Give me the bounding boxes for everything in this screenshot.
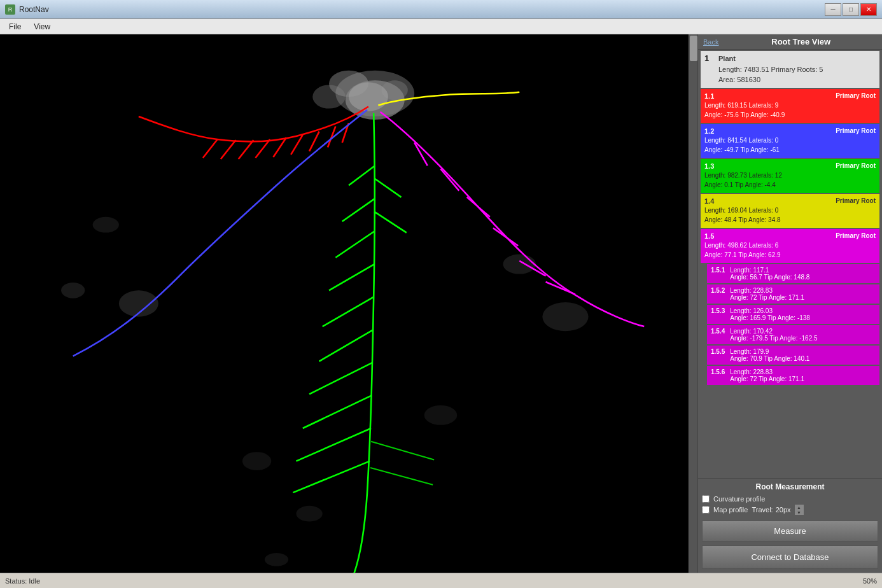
svg-point-6 bbox=[503, 255, 536, 274]
travel-value: 20px bbox=[776, 506, 791, 514]
svg-point-10 bbox=[424, 405, 458, 425]
lateral-1-5-1[interactable]: 1.5.1 Length: 117.1 Angle: 56.7 Tip Angl… bbox=[707, 264, 879, 283]
title-bar: R RootNav ─ □ ✕ bbox=[0, 0, 882, 19]
measurement-section: Root Measurement Curvature profile Map p… bbox=[698, 478, 882, 573]
svg-rect-0 bbox=[8, 34, 690, 573]
svg-point-9 bbox=[61, 283, 85, 298]
map-checkbox[interactable] bbox=[702, 506, 710, 514]
status-bar: Status: Idle 50% bbox=[0, 573, 882, 588]
measurement-title: Root Measurement bbox=[702, 482, 878, 491]
lateral-1-5-4[interactable]: 1.5.4 Length: 170.42 Angle: -179.5 Tip A… bbox=[707, 325, 879, 344]
scrollbar-thumb[interactable] bbox=[690, 36, 697, 61]
canvas-area bbox=[0, 34, 697, 573]
svg-point-7 bbox=[93, 217, 119, 233]
plant-number: 1 bbox=[704, 53, 715, 85]
root-visualization bbox=[0, 34, 697, 573]
lateral-1-5-3[interactable]: 1.5.3 Length: 126.03 Angle: 165.9 Tip An… bbox=[707, 305, 879, 324]
plant-info: Plant Length: 7483.51 Primary Roots: 5 A… bbox=[718, 53, 823, 85]
svg-point-13 bbox=[265, 553, 288, 566]
view-menu[interactable]: View bbox=[27, 21, 57, 32]
travel-spinner: ▲ ▼ bbox=[795, 505, 804, 515]
svg-point-8 bbox=[542, 302, 588, 331]
lateral-1-5-5[interactable]: 1.5.5 Length: 179.9 Angle: 70.9 Tip Angl… bbox=[707, 346, 879, 365]
lateral-1-5-2[interactable]: 1.5.2 Length: 228.83 Angle: 72 Tip Angle… bbox=[707, 284, 879, 304]
canvas-scrollbar[interactable] bbox=[689, 34, 697, 573]
file-menu[interactable]: File bbox=[3, 21, 27, 32]
measure-button[interactable]: Measure bbox=[702, 521, 878, 542]
connect-database-button[interactable]: Connect to Database bbox=[702, 545, 878, 569]
svg-point-11 bbox=[242, 452, 271, 470]
curvature-row: Curvature profile bbox=[702, 495, 878, 503]
main-content: Back Root Tree View 1 Plant Length: 7483… bbox=[0, 34, 882, 573]
lateral-1-5-6[interactable]: 1.5.6 Length: 228.83 Angle: 72 Tip Angle… bbox=[707, 366, 879, 385]
svg-point-12 bbox=[296, 506, 322, 522]
maximize-button[interactable]: □ bbox=[843, 3, 859, 16]
travel-down-button[interactable]: ▼ bbox=[795, 510, 804, 515]
tree-view-title: Root Tree View bbox=[725, 37, 877, 46]
primary-root-1-4[interactable]: 1.4 Primary Root Length: 169.04 Laterals… bbox=[701, 194, 879, 228]
zoom-level: 50% bbox=[863, 577, 877, 585]
app-title: RootNav bbox=[19, 5, 825, 14]
menu-bar: File View bbox=[0, 19, 882, 34]
plant-item[interactable]: 1 Plant Length: 7483.51 Primary Roots: 5… bbox=[701, 51, 879, 88]
window-controls: ─ □ ✕ bbox=[825, 3, 877, 16]
root-tree-header: Back Root Tree View bbox=[698, 34, 882, 50]
minimize-button[interactable]: ─ bbox=[825, 3, 841, 16]
primary-root-1-1[interactable]: 1.1 Primary Root Length: 619.15 Laterals… bbox=[701, 89, 879, 123]
status-text: Status: Idle bbox=[5, 577, 40, 585]
curvature-label[interactable]: Curvature profile bbox=[713, 495, 765, 503]
map-row: Map profile Travel: 20px ▲ ▼ bbox=[702, 505, 878, 515]
travel-row: Travel: 20px ▲ ▼ bbox=[752, 505, 803, 515]
tree-scroll-area[interactable]: 1 Plant Length: 7483.51 Primary Roots: 5… bbox=[698, 50, 882, 478]
curvature-checkbox[interactable] bbox=[702, 495, 710, 503]
travel-label: Travel: bbox=[752, 506, 773, 514]
primary-root-1-2[interactable]: 1.2 Primary Root Length: 841.54 Laterals… bbox=[701, 124, 879, 158]
map-label[interactable]: Map profile bbox=[713, 506, 748, 514]
primary-root-1-3[interactable]: 1.3 Primary Root Length: 982.73 Laterals… bbox=[701, 159, 879, 193]
svg-point-3 bbox=[312, 85, 346, 108]
app-icon: R bbox=[5, 4, 15, 15]
close-button[interactable]: ✕ bbox=[860, 3, 877, 16]
travel-up-button[interactable]: ▲ bbox=[795, 505, 804, 510]
primary-root-1-5[interactable]: 1.5 Primary Root Length: 498.62 Laterals… bbox=[701, 229, 879, 263]
right-panel: Back Root Tree View 1 Plant Length: 7483… bbox=[697, 34, 882, 573]
back-button[interactable]: Back bbox=[703, 38, 718, 46]
